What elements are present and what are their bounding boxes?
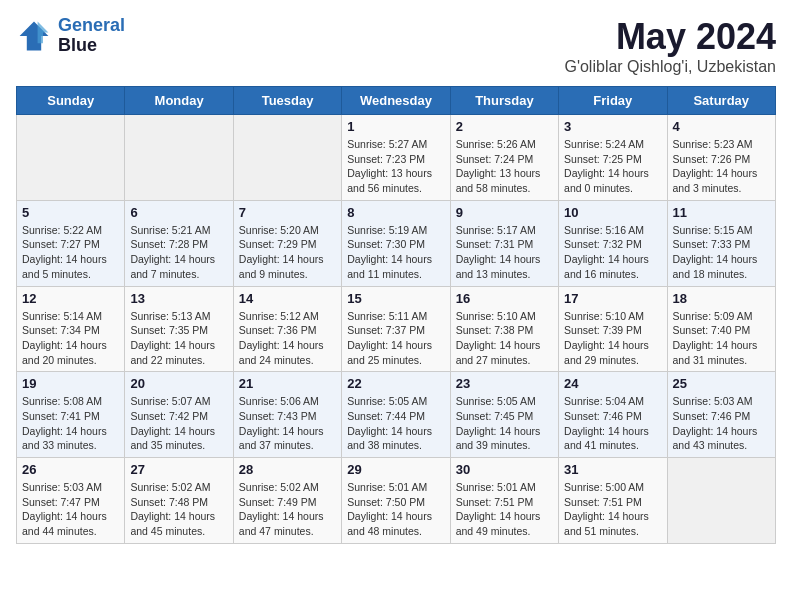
day-number: 3 xyxy=(564,119,661,134)
calendar-cell: 18Sunrise: 5:09 AM Sunset: 7:40 PM Dayli… xyxy=(667,286,775,372)
calendar-cell xyxy=(17,115,125,201)
calendar-subtitle: G'oliblar Qishlog'i, Uzbekistan xyxy=(564,58,776,76)
calendar-cell: 3Sunrise: 5:24 AM Sunset: 7:25 PM Daylig… xyxy=(559,115,667,201)
day-info: Sunrise: 5:27 AM Sunset: 7:23 PM Dayligh… xyxy=(347,137,444,196)
day-number: 17 xyxy=(564,291,661,306)
logo-text: General Blue xyxy=(58,16,125,56)
calendar-cell xyxy=(667,458,775,544)
day-info: Sunrise: 5:06 AM Sunset: 7:43 PM Dayligh… xyxy=(239,394,336,453)
calendar-cell: 19Sunrise: 5:08 AM Sunset: 7:41 PM Dayli… xyxy=(17,372,125,458)
weekday-header-wednesday: Wednesday xyxy=(342,87,450,115)
day-number: 7 xyxy=(239,205,336,220)
calendar-cell: 13Sunrise: 5:13 AM Sunset: 7:35 PM Dayli… xyxy=(125,286,233,372)
week-row-5: 26Sunrise: 5:03 AM Sunset: 7:47 PM Dayli… xyxy=(17,458,776,544)
week-row-4: 19Sunrise: 5:08 AM Sunset: 7:41 PM Dayli… xyxy=(17,372,776,458)
day-info: Sunrise: 5:03 AM Sunset: 7:47 PM Dayligh… xyxy=(22,480,119,539)
calendar-cell: 27Sunrise: 5:02 AM Sunset: 7:48 PM Dayli… xyxy=(125,458,233,544)
day-number: 14 xyxy=(239,291,336,306)
day-number: 8 xyxy=(347,205,444,220)
week-row-2: 5Sunrise: 5:22 AM Sunset: 7:27 PM Daylig… xyxy=(17,200,776,286)
day-info: Sunrise: 5:10 AM Sunset: 7:39 PM Dayligh… xyxy=(564,309,661,368)
day-info: Sunrise: 5:14 AM Sunset: 7:34 PM Dayligh… xyxy=(22,309,119,368)
day-info: Sunrise: 5:02 AM Sunset: 7:49 PM Dayligh… xyxy=(239,480,336,539)
day-number: 4 xyxy=(673,119,770,134)
day-number: 25 xyxy=(673,376,770,391)
week-row-3: 12Sunrise: 5:14 AM Sunset: 7:34 PM Dayli… xyxy=(17,286,776,372)
day-info: Sunrise: 5:04 AM Sunset: 7:46 PM Dayligh… xyxy=(564,394,661,453)
day-number: 2 xyxy=(456,119,553,134)
page-header: General Blue May 2024 G'oliblar Qishlog'… xyxy=(16,16,776,76)
calendar-cell: 17Sunrise: 5:10 AM Sunset: 7:39 PM Dayli… xyxy=(559,286,667,372)
day-info: Sunrise: 5:01 AM Sunset: 7:51 PM Dayligh… xyxy=(456,480,553,539)
day-info: Sunrise: 5:20 AM Sunset: 7:29 PM Dayligh… xyxy=(239,223,336,282)
calendar-cell: 9Sunrise: 5:17 AM Sunset: 7:31 PM Daylig… xyxy=(450,200,558,286)
day-number: 13 xyxy=(130,291,227,306)
day-info: Sunrise: 5:22 AM Sunset: 7:27 PM Dayligh… xyxy=(22,223,119,282)
logo: General Blue xyxy=(16,16,125,56)
calendar-cell: 16Sunrise: 5:10 AM Sunset: 7:38 PM Dayli… xyxy=(450,286,558,372)
week-row-1: 1Sunrise: 5:27 AM Sunset: 7:23 PM Daylig… xyxy=(17,115,776,201)
day-info: Sunrise: 5:26 AM Sunset: 7:24 PM Dayligh… xyxy=(456,137,553,196)
day-number: 15 xyxy=(347,291,444,306)
calendar-cell: 7Sunrise: 5:20 AM Sunset: 7:29 PM Daylig… xyxy=(233,200,341,286)
title-block: May 2024 G'oliblar Qishlog'i, Uzbekistan xyxy=(564,16,776,76)
calendar-cell: 10Sunrise: 5:16 AM Sunset: 7:32 PM Dayli… xyxy=(559,200,667,286)
day-info: Sunrise: 5:02 AM Sunset: 7:48 PM Dayligh… xyxy=(130,480,227,539)
day-number: 23 xyxy=(456,376,553,391)
svg-marker-0 xyxy=(20,21,49,50)
weekday-header-monday: Monday xyxy=(125,87,233,115)
day-info: Sunrise: 5:10 AM Sunset: 7:38 PM Dayligh… xyxy=(456,309,553,368)
day-info: Sunrise: 5:12 AM Sunset: 7:36 PM Dayligh… xyxy=(239,309,336,368)
day-number: 27 xyxy=(130,462,227,477)
day-info: Sunrise: 5:19 AM Sunset: 7:30 PM Dayligh… xyxy=(347,223,444,282)
calendar-cell: 5Sunrise: 5:22 AM Sunset: 7:27 PM Daylig… xyxy=(17,200,125,286)
day-number: 22 xyxy=(347,376,444,391)
calendar-cell: 11Sunrise: 5:15 AM Sunset: 7:33 PM Dayli… xyxy=(667,200,775,286)
calendar-cell xyxy=(233,115,341,201)
calendar-cell: 24Sunrise: 5:04 AM Sunset: 7:46 PM Dayli… xyxy=(559,372,667,458)
weekday-header-friday: Friday xyxy=(559,87,667,115)
day-number: 31 xyxy=(564,462,661,477)
calendar-table: SundayMondayTuesdayWednesdayThursdayFrid… xyxy=(16,86,776,544)
calendar-cell: 1Sunrise: 5:27 AM Sunset: 7:23 PM Daylig… xyxy=(342,115,450,201)
logo-line1: General xyxy=(58,15,125,35)
day-info: Sunrise: 5:16 AM Sunset: 7:32 PM Dayligh… xyxy=(564,223,661,282)
calendar-body: 1Sunrise: 5:27 AM Sunset: 7:23 PM Daylig… xyxy=(17,115,776,544)
day-number: 12 xyxy=(22,291,119,306)
day-info: Sunrise: 5:08 AM Sunset: 7:41 PM Dayligh… xyxy=(22,394,119,453)
svg-marker-1 xyxy=(38,21,49,43)
day-info: Sunrise: 5:11 AM Sunset: 7:37 PM Dayligh… xyxy=(347,309,444,368)
calendar-cell: 30Sunrise: 5:01 AM Sunset: 7:51 PM Dayli… xyxy=(450,458,558,544)
day-number: 6 xyxy=(130,205,227,220)
day-info: Sunrise: 5:17 AM Sunset: 7:31 PM Dayligh… xyxy=(456,223,553,282)
day-number: 10 xyxy=(564,205,661,220)
weekday-header-sunday: Sunday xyxy=(17,87,125,115)
day-number: 20 xyxy=(130,376,227,391)
day-info: Sunrise: 5:24 AM Sunset: 7:25 PM Dayligh… xyxy=(564,137,661,196)
calendar-cell: 23Sunrise: 5:05 AM Sunset: 7:45 PM Dayli… xyxy=(450,372,558,458)
day-info: Sunrise: 5:07 AM Sunset: 7:42 PM Dayligh… xyxy=(130,394,227,453)
day-info: Sunrise: 5:03 AM Sunset: 7:46 PM Dayligh… xyxy=(673,394,770,453)
day-number: 5 xyxy=(22,205,119,220)
day-info: Sunrise: 5:09 AM Sunset: 7:40 PM Dayligh… xyxy=(673,309,770,368)
day-number: 16 xyxy=(456,291,553,306)
logo-icon xyxy=(16,18,52,54)
calendar-cell: 21Sunrise: 5:06 AM Sunset: 7:43 PM Dayli… xyxy=(233,372,341,458)
day-info: Sunrise: 5:23 AM Sunset: 7:26 PM Dayligh… xyxy=(673,137,770,196)
calendar-cell: 4Sunrise: 5:23 AM Sunset: 7:26 PM Daylig… xyxy=(667,115,775,201)
day-info: Sunrise: 5:13 AM Sunset: 7:35 PM Dayligh… xyxy=(130,309,227,368)
weekday-row: SundayMondayTuesdayWednesdayThursdayFrid… xyxy=(17,87,776,115)
day-info: Sunrise: 5:21 AM Sunset: 7:28 PM Dayligh… xyxy=(130,223,227,282)
calendar-cell: 28Sunrise: 5:02 AM Sunset: 7:49 PM Dayli… xyxy=(233,458,341,544)
weekday-header-saturday: Saturday xyxy=(667,87,775,115)
weekday-header-thursday: Thursday xyxy=(450,87,558,115)
day-number: 1 xyxy=(347,119,444,134)
weekday-header-tuesday: Tuesday xyxy=(233,87,341,115)
day-number: 24 xyxy=(564,376,661,391)
calendar-header: SundayMondayTuesdayWednesdayThursdayFrid… xyxy=(17,87,776,115)
day-info: Sunrise: 5:15 AM Sunset: 7:33 PM Dayligh… xyxy=(673,223,770,282)
day-number: 9 xyxy=(456,205,553,220)
day-info: Sunrise: 5:00 AM Sunset: 7:51 PM Dayligh… xyxy=(564,480,661,539)
day-number: 30 xyxy=(456,462,553,477)
calendar-cell: 6Sunrise: 5:21 AM Sunset: 7:28 PM Daylig… xyxy=(125,200,233,286)
